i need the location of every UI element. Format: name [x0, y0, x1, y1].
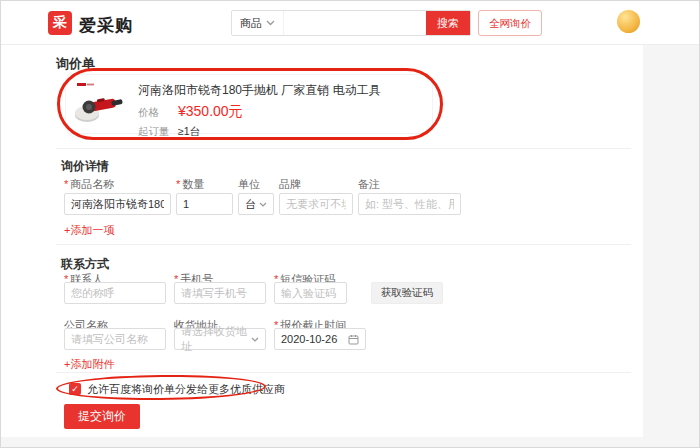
sms-code-input[interactable] — [274, 282, 347, 304]
deadline-date-picker[interactable]: 2020-10-26 — [274, 328, 366, 350]
brand-label: 品牌 — [279, 177, 301, 192]
quantity-label: *数量 — [176, 177, 204, 192]
contact-person-input[interactable] — [64, 282, 166, 304]
unit-label: 单位 — [238, 177, 260, 192]
note-label: 备注 — [358, 177, 380, 192]
product-name-input[interactable] — [64, 193, 171, 215]
product-card[interactable]: 河南洛阳市锐奇180手抛机 厂家直销 电动工具 价格 ¥350.00元 起订量 … — [65, 74, 433, 134]
calendar-icon — [348, 334, 359, 345]
header: 采 爱采购 商品 搜索 全网询价 — [1, 1, 700, 45]
search-category-dropdown[interactable]: 商品 — [232, 11, 284, 35]
required-mark: * — [64, 178, 68, 190]
inquiry-detail-title: 询价详情 — [61, 158, 109, 175]
add-attachment-link[interactable]: +添加附件 — [64, 357, 114, 372]
add-item-link[interactable]: +添加一项 — [64, 223, 114, 238]
product-name-label: *商品名称 — [64, 177, 114, 192]
brand-input[interactable] — [279, 193, 353, 215]
product-image — [74, 80, 126, 128]
address-select[interactable]: 请选择收货地址 — [174, 328, 266, 350]
all-network-quote-button[interactable]: 全网询价 — [478, 10, 542, 36]
get-sms-code-button[interactable]: 获取验证码 — [371, 282, 443, 304]
deadline-value: 2020-10-26 — [281, 333, 337, 345]
phone-input[interactable] — [174, 282, 266, 304]
unit-select[interactable]: 台 — [238, 193, 274, 215]
page-title: 询价单 — [56, 55, 95, 73]
user-avatar[interactable] — [617, 10, 640, 33]
search-bar: 商品 搜索 — [231, 10, 471, 36]
divider — [56, 372, 631, 373]
chevron-down-icon — [251, 337, 259, 342]
search-category-label: 商品 — [240, 16, 262, 31]
consent-label[interactable]: 允许百度将询价单分发给更多优质供应商 — [87, 382, 285, 397]
consent-checkbox[interactable]: ✓ — [69, 383, 81, 395]
search-button[interactable]: 搜索 — [426, 11, 470, 35]
page-root: 采 爱采购 商品 搜索 全网询价 询价单 — [0, 0, 700, 448]
moq-label: 起订量 — [138, 125, 178, 139]
required-mark: * — [176, 178, 180, 190]
price-value: ¥350.00元 — [178, 103, 243, 121]
quantity-input[interactable] — [176, 193, 233, 215]
submit-inquiry-button[interactable]: 提交询价 — [64, 404, 140, 429]
moq-value: ≥1台 — [178, 125, 200, 139]
search-input[interactable] — [284, 11, 426, 35]
divider — [56, 244, 631, 245]
chevron-down-icon — [259, 202, 267, 207]
chevron-down-icon — [266, 20, 275, 26]
brand-title: 爱采购 — [79, 14, 133, 37]
price-label: 价格 — [138, 106, 178, 120]
note-input[interactable] — [358, 193, 461, 215]
divider — [56, 148, 631, 149]
address-placeholder: 请选择收货地址 — [181, 324, 251, 354]
unit-value: 台 — [245, 197, 256, 212]
product-info: 河南洛阳市锐奇180手抛机 厂家直销 电动工具 价格 ¥350.00元 起订量 … — [138, 80, 381, 128]
company-input[interactable] — [64, 328, 166, 350]
brand-logo-icon: 采 — [48, 11, 72, 35]
product-title: 河南洛阳市锐奇180手抛机 厂家直销 电动工具 — [138, 82, 381, 99]
contact-section-title: 联系方式 — [61, 256, 109, 273]
